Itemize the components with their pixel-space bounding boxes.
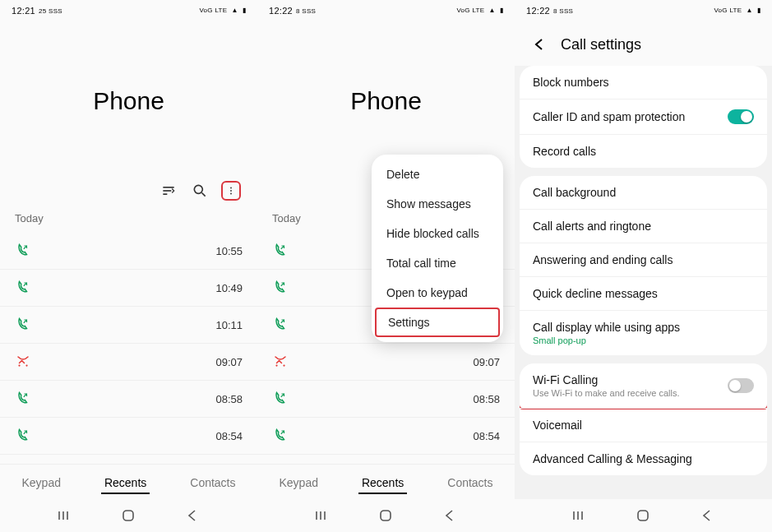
settings-row-record-calls[interactable]: Record calls xyxy=(520,134,767,168)
outgoing-call-icon xyxy=(272,280,289,296)
nav-bar xyxy=(0,499,257,532)
settings-row-label: Caller ID and spam protection xyxy=(533,110,685,123)
settings-body: Block numbersCaller ID and spam protecti… xyxy=(515,66,772,499)
status-time: 12:22 xyxy=(269,6,293,16)
filter-icon[interactable] xyxy=(159,181,178,201)
call-row[interactable]: 10:55 xyxy=(0,233,257,270)
bottom-tabs: Keypad Recents Contacts xyxy=(0,464,257,499)
menu-item-total-call-time[interactable]: Total call time xyxy=(372,248,503,278)
more-icon[interactable] xyxy=(221,181,241,201)
outgoing-call-icon xyxy=(272,317,289,333)
missed-call-icon xyxy=(15,354,31,370)
svg-line-4 xyxy=(202,193,206,197)
status-time: 12:21 xyxy=(12,6,35,16)
settings-row-label: Voicemail xyxy=(533,419,582,432)
status-left-extra: 8 SSS xyxy=(296,7,316,15)
settings-header: Call settings xyxy=(515,21,772,66)
nav-back-icon[interactable] xyxy=(441,507,458,524)
settings-row-call-background[interactable]: Call background xyxy=(520,176,767,209)
svg-point-24 xyxy=(283,364,284,366)
settings-row-label: Call display while using apps xyxy=(533,321,680,334)
outgoing-call-icon xyxy=(15,428,31,444)
settings-row-call-alerts-and-ringtone[interactable]: Call alerts and ringtone xyxy=(520,209,767,243)
svg-point-11 xyxy=(18,364,20,366)
call-time: 09:07 xyxy=(473,356,500,368)
bottom-tabs: Keypad Recents Contacts xyxy=(257,464,515,499)
outgoing-call-icon xyxy=(15,317,31,333)
nav-back-icon[interactable] xyxy=(699,507,715,524)
call-time: 08:58 xyxy=(473,393,500,405)
toggle[interactable] xyxy=(728,378,754,393)
toggle[interactable] xyxy=(728,109,754,124)
settings-row-voicemail[interactable]: Voicemail xyxy=(520,408,767,442)
call-row[interactable]: 08:31 xyxy=(0,455,257,464)
call-time: 08:58 xyxy=(215,393,243,405)
call-time: 09:07 xyxy=(215,356,243,368)
call-row[interactable]: 08:58 xyxy=(257,381,515,418)
nav-recent-icon[interactable] xyxy=(571,507,588,524)
menu-item-settings[interactable]: Settings xyxy=(375,308,500,337)
menu-item-open-to-keypad[interactable]: Open to keypad xyxy=(372,278,503,308)
tab-keypad[interactable]: Keypad xyxy=(18,473,63,494)
status-right: VoG LTE ▲ ▮ xyxy=(456,7,503,14)
call-row[interactable]: 09:07 xyxy=(0,344,257,381)
tab-recents[interactable]: Recents xyxy=(101,473,150,494)
nav-recent-icon[interactable] xyxy=(57,507,73,524)
status-bar: 12:22 8 SSS VoG LTE ▲ ▮ xyxy=(257,0,515,21)
search-icon[interactable] xyxy=(190,181,210,201)
call-row[interactable]: 10:49 xyxy=(0,270,257,307)
settings-row-quick-decline-messages[interactable]: Quick decline messages xyxy=(520,276,767,310)
back-icon[interactable] xyxy=(529,35,549,54)
nav-home-icon[interactable] xyxy=(635,507,651,524)
menu-item-delete[interactable]: Delete xyxy=(372,160,503,189)
settings-row-call-display-while-using-apps[interactable]: Call display while using appsSmall pop-u… xyxy=(520,310,767,355)
page-title: Phone xyxy=(0,87,257,115)
tab-keypad[interactable]: Keypad xyxy=(275,473,321,494)
settings-row-block-numbers[interactable]: Block numbers xyxy=(520,66,767,99)
call-row[interactable]: 08:54 xyxy=(0,418,257,455)
settings-row-label: Record calls xyxy=(533,145,596,158)
call-row[interactable]: 08:31 xyxy=(257,455,515,464)
settings-row-caller-id-and-spam-protection[interactable]: Caller ID and spam protection xyxy=(520,99,767,134)
status-bar: 12:22 8 SSS VoG LTE ▲ ▮ xyxy=(515,0,772,21)
call-row[interactable]: 08:54 xyxy=(257,418,515,455)
settings-row-wi-fi-calling[interactable]: Wi-Fi CallingUse Wi-Fi to make and recei… xyxy=(520,363,767,409)
call-row[interactable]: 08:58 xyxy=(0,381,257,418)
svg-point-7 xyxy=(230,193,232,195)
section-label: Today xyxy=(0,209,257,233)
outgoing-call-icon xyxy=(272,243,289,259)
settings-row-label: Call background xyxy=(533,186,616,199)
call-row[interactable]: 09:07 xyxy=(257,344,515,381)
menu-item-hide-blocked-calls[interactable]: Hide blocked calls xyxy=(372,219,503,248)
nav-bar xyxy=(257,499,515,532)
nav-home-icon[interactable] xyxy=(120,507,136,524)
nav-home-icon[interactable] xyxy=(377,507,394,524)
menu-item-show-messages[interactable]: Show messages xyxy=(372,189,503,219)
settings-row-label: Answering and ending calls xyxy=(533,253,673,266)
status-time: 12:22 xyxy=(526,6,550,16)
call-time: 08:54 xyxy=(473,430,500,442)
settings-row-advanced-calling-messaging[interactable]: Advanced Calling & Messaging xyxy=(520,442,767,475)
settings-row-sub: Small pop-up xyxy=(533,335,680,345)
page-title: Phone xyxy=(257,87,515,115)
call-row[interactable]: 10:11 xyxy=(0,307,257,344)
settings-row-label: Quick decline messages xyxy=(533,287,658,300)
svg-rect-35 xyxy=(638,511,648,520)
options-menu: DeleteShow messagesHide blocked callsTot… xyxy=(372,155,503,342)
call-time: 08:54 xyxy=(215,430,243,442)
settings-row-label: Wi-Fi Calling xyxy=(533,373,680,386)
svg-point-6 xyxy=(230,190,232,192)
svg-point-12 xyxy=(25,364,27,366)
nav-recent-icon[interactable] xyxy=(314,507,331,524)
page-title: Call settings xyxy=(561,36,641,53)
tab-contacts[interactable]: Contacts xyxy=(444,473,496,494)
call-time: 10:55 xyxy=(215,245,243,257)
status-right: VoG LTE ▲ ▮ xyxy=(199,7,246,14)
settings-row-answering-and-ending-calls[interactable]: Answering and ending calls xyxy=(520,243,767,276)
status-left-extra: 25 SSS xyxy=(39,7,62,15)
settings-group-1: Block numbersCaller ID and spam protecti… xyxy=(520,66,767,168)
svg-point-23 xyxy=(275,364,277,366)
tab-recents[interactable]: Recents xyxy=(358,473,407,494)
nav-back-icon[interactable] xyxy=(184,507,201,524)
tab-contacts[interactable]: Contacts xyxy=(187,473,238,494)
